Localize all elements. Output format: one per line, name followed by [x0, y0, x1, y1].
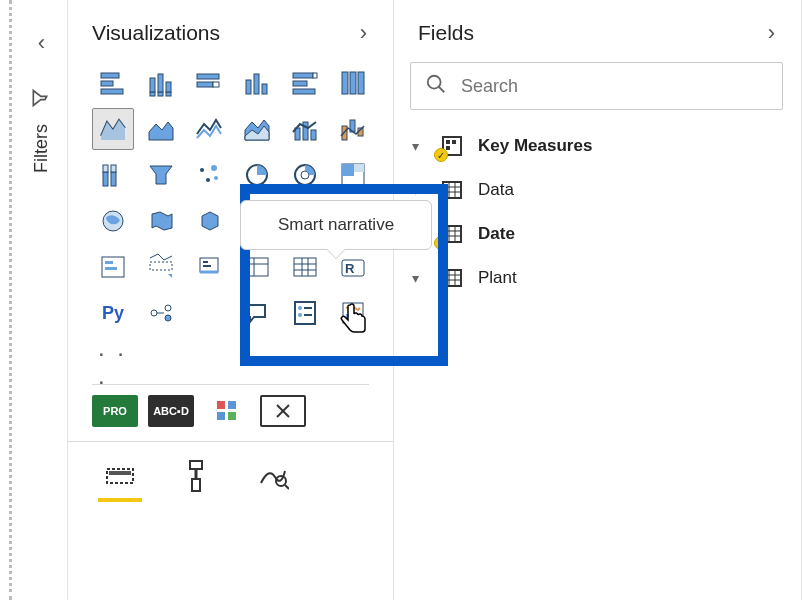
- chevron-down-icon: ▾: [412, 270, 426, 286]
- viz-area-chart-icon[interactable]: [92, 108, 134, 150]
- svg-point-40: [214, 176, 218, 180]
- svg-rect-103: [446, 146, 450, 150]
- field-label: Date: [478, 224, 515, 244]
- svg-rect-58: [150, 262, 172, 270]
- tab-analytics-icon[interactable]: [250, 454, 294, 498]
- svg-rect-17: [293, 89, 315, 94]
- svg-rect-0: [101, 73, 119, 78]
- visualizations-grid: 123 R Py: [68, 62, 393, 334]
- visualizations-title: Visualizations: [92, 21, 220, 45]
- svg-marker-36: [150, 166, 172, 184]
- search-input[interactable]: [459, 63, 768, 109]
- viz-ribbon-chart-icon[interactable]: [284, 108, 326, 150]
- viz-shape-map-icon[interactable]: [140, 200, 182, 242]
- svg-rect-94: [190, 461, 202, 469]
- svg-rect-78: [295, 302, 315, 324]
- viz-pie-chart-icon[interactable]: [188, 154, 230, 196]
- visualizations-header: Visualizations ›: [68, 0, 393, 62]
- svg-rect-33: [111, 172, 116, 186]
- x-chip-icon[interactable]: [260, 395, 306, 427]
- svg-rect-86: [217, 401, 225, 409]
- svg-point-38: [211, 165, 217, 171]
- viz-clustered-column-icon[interactable]: [236, 62, 278, 104]
- grid-chip-icon[interactable]: [204, 395, 250, 427]
- svg-marker-23: [149, 122, 173, 140]
- tooltip-text: Smart narrative: [278, 215, 394, 235]
- svg-rect-8: [166, 82, 171, 92]
- fields-collapse-chevron[interactable]: ›: [762, 18, 781, 48]
- field-item-key-measures[interactable]: ▾ ✓ Key Measures: [406, 124, 789, 168]
- field-item-plant[interactable]: ▾ Plant: [406, 256, 789, 300]
- svg-line-98: [285, 485, 289, 489]
- svg-rect-15: [293, 73, 313, 78]
- viz-python-icon[interactable]: [284, 246, 326, 288]
- svg-rect-105: [443, 182, 461, 198]
- viz-stacked-area-icon[interactable]: [140, 108, 182, 150]
- viz-gauge-icon[interactable]: [188, 200, 230, 242]
- svg-rect-56: [105, 261, 113, 264]
- viz-funnel-icon[interactable]: [92, 154, 134, 196]
- field-label: Key Measures: [478, 136, 592, 156]
- viz-r-visual-icon[interactable]: [236, 246, 278, 288]
- fields-list: ▾ ✓ Key Measures ▾ Data ▾ ✓ Date ▾: [394, 124, 801, 300]
- svg-rect-85: [354, 314, 360, 320]
- svg-rect-63: [203, 265, 211, 267]
- viz-waterfall-icon[interactable]: [332, 108, 374, 150]
- svg-point-77: [165, 315, 171, 321]
- field-item-date[interactable]: ▾ ✓ Date: [406, 212, 789, 256]
- svg-rect-18: [313, 73, 317, 78]
- svg-rect-67: [294, 258, 316, 276]
- svg-text:R: R: [345, 261, 355, 276]
- measures-icon: ✓: [438, 132, 466, 160]
- viz-scatter-icon[interactable]: [140, 154, 182, 196]
- field-item-data[interactable]: ▾ Data: [406, 168, 789, 212]
- chevron-down-icon: ▾: [412, 138, 426, 154]
- viz-decomposition-icon[interactable]: [236, 292, 278, 334]
- filters-collapse-chevron[interactable]: ‹: [16, 24, 67, 62]
- viz-more-ellipsis[interactable]: . . .: [68, 334, 128, 364]
- svg-rect-64: [246, 258, 268, 276]
- viz-python-text-icon[interactable]: Py: [92, 292, 134, 334]
- svg-rect-35: [111, 165, 116, 172]
- tab-format-icon[interactable]: [174, 454, 218, 498]
- viz-qa-icon[interactable]: [140, 292, 182, 334]
- tab-fields-icon[interactable]: [98, 454, 142, 498]
- viz-extras-row: PRO ABC▪D: [68, 395, 393, 427]
- viz-slicer-icon[interactable]: [92, 246, 134, 288]
- viz-smart-narrative-icon[interactable]: [284, 292, 326, 334]
- visualizations-collapse-chevron[interactable]: ›: [354, 18, 373, 48]
- chevron-down-icon: ▾: [412, 182, 426, 198]
- viz-qa2-icon[interactable]: [188, 292, 230, 334]
- pro-badge-icon[interactable]: PRO: [92, 395, 138, 427]
- fields-header: Fields ›: [394, 0, 801, 62]
- svg-rect-6: [158, 74, 163, 92]
- viz-paginated-icon[interactable]: [332, 292, 374, 334]
- viz-donut-chart-icon[interactable]: [236, 154, 278, 196]
- svg-rect-11: [213, 82, 219, 87]
- viz-clustered-bar-icon[interactable]: [140, 62, 182, 104]
- svg-rect-89: [228, 412, 236, 420]
- viz-line-chart-icon[interactable]: [332, 62, 374, 104]
- abc-badge-icon[interactable]: ABC▪D: [148, 395, 194, 427]
- filter-icon: [30, 88, 54, 108]
- viz-treemap-icon[interactable]: [284, 154, 326, 196]
- svg-rect-104: [452, 140, 456, 144]
- search-icon: [425, 73, 447, 99]
- svg-rect-34: [103, 165, 108, 172]
- viz-table-icon[interactable]: [140, 246, 182, 288]
- viz-filled-map-icon[interactable]: [92, 200, 134, 242]
- viz-stacked-column-100-icon[interactable]: [284, 62, 326, 104]
- viz-line-stacked-icon[interactable]: [236, 108, 278, 150]
- viz-matrix-icon[interactable]: [188, 246, 230, 288]
- fields-search[interactable]: [410, 62, 783, 110]
- svg-rect-45: [342, 164, 354, 176]
- svg-point-76: [165, 305, 171, 311]
- table-icon: [438, 176, 466, 204]
- svg-rect-19: [342, 72, 348, 94]
- svg-point-39: [206, 178, 210, 182]
- viz-stacked-column-icon[interactable]: [188, 62, 230, 104]
- viz-stacked-bar-icon[interactable]: [92, 62, 134, 104]
- table-icon: ✓: [438, 220, 466, 248]
- viz-map-icon[interactable]: [332, 154, 374, 196]
- viz-line-clustered-icon[interactable]: [188, 108, 230, 150]
